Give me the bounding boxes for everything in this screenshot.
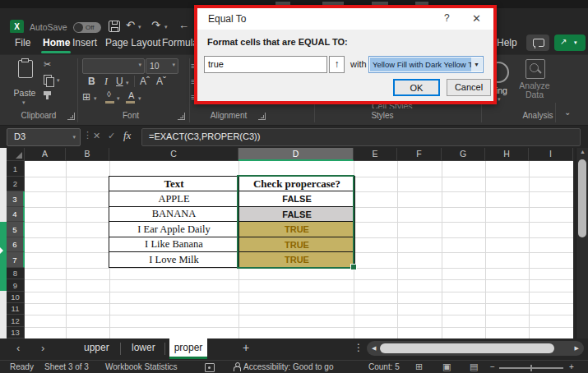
font-dialog-launcher-icon[interactable] [178,113,185,120]
tab-insert[interactable]: Insert [72,37,97,48]
tab-file[interactable]: File [15,37,30,48]
row-header-8[interactable]: 8 [7,268,25,279]
cell-c5[interactable]: I Ear Apple Daily [109,222,239,237]
cell-d6[interactable]: TRUE [239,237,355,252]
zoom-slider-thumb[interactable] [530,365,532,371]
fill-handle[interactable] [350,264,357,270]
redo-icon[interactable]: ↷ [151,19,160,31]
column-header-f[interactable]: F [397,148,442,161]
share-button[interactable]: ↗ ▾ [554,35,586,51]
sheet-tab-lower[interactable]: lower [132,342,155,353]
value-input[interactable]: true [204,56,327,73]
column-header-g[interactable]: G [442,148,485,161]
page-layout-view-icon[interactable]: ▣ [442,361,451,372]
dialog-close-icon[interactable]: ✕ [472,12,481,25]
column-header-a[interactable]: A [25,148,66,161]
analyze-data-button[interactable]: Analyze Data [516,81,553,99]
save-icon[interactable] [109,21,120,32]
row-header-1[interactable]: 1 [7,161,25,177]
cell-d3-active[interactable]: FALSE [239,191,355,207]
cell-c2[interactable]: Text [109,177,239,191]
comments-button[interactable] [526,35,549,51]
drag-dots-icon[interactable]: ⋮ [83,130,92,140]
row-header-9[interactable]: 9 [7,279,25,292]
cancel-button[interactable]: Cancel [447,79,491,96]
dialog-title-bar[interactable]: Equal To ? ✕ [197,8,493,30]
horizontal-scrollbar-thumb[interactable] [380,343,554,353]
underline-button[interactable]: U [116,76,123,87]
ok-button[interactable]: OK [393,79,440,96]
undo-icon[interactable]: ↶ [126,19,135,31]
select-all-button[interactable] [7,148,25,161]
column-header-e[interactable]: E [354,148,397,161]
alignment-dialog-launcher-icon[interactable] [258,113,266,120]
sheet-tab-proper-active[interactable]: proper [169,338,207,359]
sheet-tab-upper[interactable]: upper [84,342,109,353]
cell-d4[interactable]: FALSE [239,207,355,222]
format-dropdown[interactable]: Yellow Fill with Dark Yellow Text ▼ [368,56,484,73]
collapse-ribbon-chevron-icon[interactable]: ⌄ [564,108,571,117]
sheet-options-dots-icon[interactable]: ⋮ [354,342,363,353]
column-header-i[interactable]: I [529,148,573,161]
column-header-h[interactable]: H [485,148,529,161]
paste-button[interactable]: Paste ▾ [10,57,41,108]
vertical-scrollbar[interactable]: ▲ [576,148,588,338]
page-break-view-icon[interactable]: ▤ [470,361,478,372]
zoom-in-button[interactable]: + [569,362,574,371]
row-header-2[interactable]: 2 [7,177,25,191]
workbook-statistics-button[interactable]: Workbook Statistics [105,362,178,371]
copy-chevron-icon[interactable]: ▾ [57,77,60,84]
borders-button-icon[interactable]: ⊞ [82,91,90,103]
font-name-combo[interactable]: ▾ [82,58,145,74]
font-color-chevron-icon[interactable]: ▾ [138,95,141,102]
bold-button[interactable]: B [88,76,95,87]
cell-c3[interactable]: APPLE [109,191,239,207]
scroll-up-arrow-icon[interactable]: ▲ [580,149,586,154]
cell-c7[interactable]: I Love Milk [109,252,239,268]
cell-d5[interactable]: TRUE [239,222,355,237]
conditional-formatting-chevron-icon[interactable]: ▾ [498,96,501,103]
column-header-c[interactable]: C [109,148,238,161]
horizontal-scrollbar[interactable]: ◀ ▶ [367,341,584,356]
font-color-button-icon[interactable]: A [128,90,134,100]
row-header-10[interactable]: 10 [7,292,25,303]
grow-font-button[interactable]: Aˆ [140,76,150,87]
row-header-4[interactable]: 4 [7,207,25,222]
new-sheet-button[interactable]: + [243,341,249,354]
row-header-6[interactable]: 6 [7,237,25,252]
fill-color-button-icon[interactable]: ◊ [107,90,111,99]
cell-c4[interactable]: BANANA [109,207,239,222]
dialog-help-button[interactable]: ? [444,12,450,24]
sheet-prev-icon[interactable]: ‹ [16,342,20,354]
back-arrow-icon[interactable]: ← [178,19,189,31]
clipboard-dialog-launcher-icon[interactable] [67,113,75,120]
name-box[interactable]: D3 ▾ [7,128,81,146]
autosave-toggle[interactable]: Off [73,22,101,33]
row-header-3[interactable]: 3 [7,191,25,207]
sheet-next-icon[interactable]: › [41,342,44,354]
excel-app-icon[interactable]: X [10,20,24,34]
scroll-right-arrow-icon[interactable]: ▶ [575,345,579,352]
fill-color-chevron-icon[interactable]: ▾ [117,95,120,102]
scroll-left-arrow-icon[interactable]: ◀ [372,345,376,352]
borders-chevron-icon[interactable]: ▾ [94,95,97,102]
shrink-font-button[interactable]: Aˇ [156,76,166,87]
column-header-d-selected[interactable]: D [238,148,354,161]
collapse-dialog-button[interactable]: ↑ [329,56,345,73]
enter-entry-icon[interactable]: ✓ [108,131,115,141]
redo-chevron-icon[interactable]: ▾ [164,24,168,30]
row-header-11[interactable]: 11 [7,303,25,315]
zoom-out-button[interactable]: − [490,362,495,371]
cell-d2[interactable]: Check propercase? [239,177,355,191]
underline-chevron-icon[interactable]: ▾ [126,80,129,86]
row-header-7[interactable]: 7 [7,252,25,268]
vertical-scrollbar-thumb[interactable] [578,159,586,237]
format-painter-icon[interactable] [44,91,51,95]
row-header-13[interactable]: 13 [7,327,25,338]
cut-icon[interactable]: ✂ [44,59,51,70]
italic-button[interactable]: I [104,76,108,88]
cell-c6[interactable]: I Like Banana [109,237,239,252]
row-header-12[interactable]: 12 [7,315,25,327]
macro-record-icon[interactable] [205,363,215,372]
tab-help[interactable]: Help [497,37,517,48]
